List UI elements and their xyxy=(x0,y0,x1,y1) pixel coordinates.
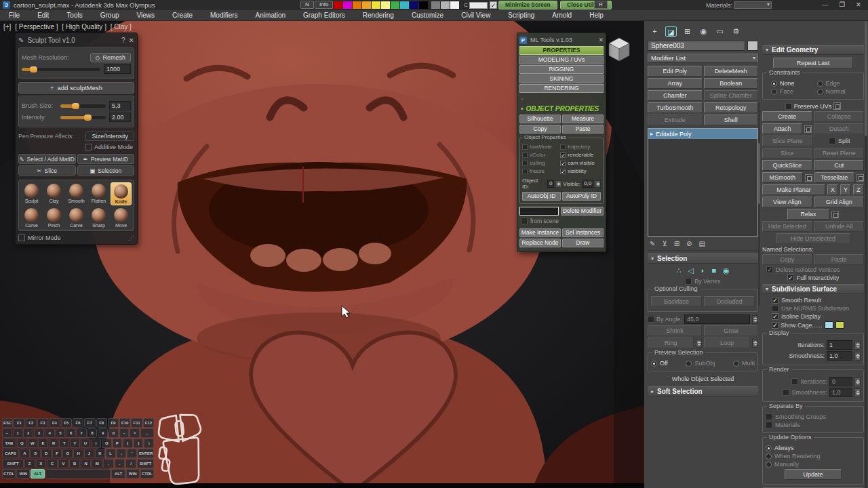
show-cage-checkbox[interactable]: ✓ xyxy=(772,322,778,329)
visible-spinner[interactable] xyxy=(595,180,601,188)
make-instance-button[interactable]: Make Instance xyxy=(519,228,561,237)
cam-visible-checkbox[interactable]: ✓ xyxy=(560,161,566,166)
sculpt-tool-header[interactable]: ✎ Sculpt Tool v1.0 ? ✕ xyxy=(18,35,134,45)
menu-item[interactable]: Scripting xyxy=(499,10,543,20)
select-add-matid-button[interactable]: ✎ Select / Add MatID xyxy=(18,154,76,164)
brush-smooth[interactable]: Smooth xyxy=(66,182,87,205)
rollout-soft-selection[interactable]: ▸ Soft Selection xyxy=(648,386,758,396)
array-button[interactable]: Array xyxy=(648,78,703,89)
color-swatch[interactable] xyxy=(353,1,361,9)
slice-plane-button[interactable]: Slice Plane xyxy=(762,136,813,146)
edge-icon[interactable]: ◁ xyxy=(688,266,693,275)
brush-flatten[interactable]: Flatten xyxy=(88,182,109,205)
hierarchy-tab-icon[interactable]: ⊞ xyxy=(682,26,693,37)
sel-instances-button[interactable]: Sel Instances xyxy=(562,228,604,237)
viewport-quality-menu[interactable]: [ High Quality ] xyxy=(62,23,106,30)
selection-button[interactable]: ▣ Selection xyxy=(77,165,135,176)
msmooth-button[interactable]: MSmooth xyxy=(762,172,803,183)
render-iterations-checkbox[interactable] xyxy=(791,378,798,385)
retopology-button[interactable]: Retopology xyxy=(704,102,759,113)
n-button[interactable]: N xyxy=(300,1,314,9)
boolean-button[interactable]: Boolean xyxy=(704,78,759,89)
reset-plane-button[interactable]: Reset Plane xyxy=(814,148,865,159)
freeze-checkbox[interactable] xyxy=(522,169,528,174)
make-unique-icon[interactable]: ⊞ xyxy=(674,240,679,247)
color-swatch[interactable] xyxy=(334,1,342,9)
display-iterations-value[interactable]: 1 xyxy=(827,340,852,350)
brush-sculpt[interactable]: Sculpt xyxy=(21,182,42,205)
from-scene-checkbox[interactable] xyxy=(521,218,528,224)
stack-item-editable-poly[interactable]: ▸ Editable Poly xyxy=(648,129,757,139)
attach-button[interactable]: Attach xyxy=(762,123,802,134)
border-icon[interactable]: ◗ xyxy=(701,266,705,275)
paste-button[interactable]: Paste xyxy=(814,254,865,265)
brush-size-slider[interactable] xyxy=(60,104,106,108)
materials-checkbox[interactable] xyxy=(766,422,772,428)
display-smoothness-value[interactable]: 1,0 xyxy=(827,351,852,361)
split-checkbox[interactable] xyxy=(829,138,835,144)
preview-matid-button[interactable]: ✒ Preview MatID xyxy=(77,154,135,164)
slice-button[interactable]: Slice xyxy=(762,148,812,159)
create-tab-icon[interactable]: + xyxy=(649,26,660,37)
panel-scrollbar[interactable] xyxy=(758,102,760,306)
menu-item[interactable]: File xyxy=(0,10,28,20)
preserve-uvs-checkbox[interactable] xyxy=(785,103,792,110)
attach-settings-icon[interactable] xyxy=(804,125,812,133)
paste-button[interactable]: Paste xyxy=(562,125,604,134)
menu-item[interactable]: Modifiers xyxy=(201,10,247,20)
msmooth-settings-icon[interactable] xyxy=(805,174,812,182)
render-iterations-spinner[interactable] xyxy=(854,378,861,386)
menu-item[interactable]: Civil View xyxy=(452,10,499,20)
brush-curve[interactable]: Curve xyxy=(21,207,42,228)
update-when-rendering-radio[interactable] xyxy=(766,453,772,460)
brush-pinch[interactable]: Pinch xyxy=(43,207,64,228)
by-vertex-checkbox[interactable] xyxy=(685,278,692,285)
smoothing-groups-checkbox[interactable] xyxy=(766,413,772,420)
object-color-swatch[interactable] xyxy=(747,41,758,51)
visibility-checkbox[interactable]: ✓ xyxy=(560,169,566,174)
update-always-radio[interactable] xyxy=(766,445,772,451)
tab-modeling-uvs[interactable]: MODELING / UVs xyxy=(519,56,604,64)
measure-button[interactable]: Measure xyxy=(562,115,604,123)
pen-pressure-dropdown[interactable]: Size/Intensity xyxy=(85,131,134,141)
window-restore-button[interactable]: ❐ xyxy=(840,1,846,8)
info-button[interactable]: Info xyxy=(315,1,333,9)
mesh-resolution-value[interactable]: 1000 xyxy=(104,64,131,74)
pin-stack-icon[interactable]: ✎ xyxy=(650,240,655,247)
autoobj-id-button[interactable]: AutoObj ID xyxy=(522,192,561,201)
rollout-subdivision-surface[interactable]: ▾ Subdivision Surface xyxy=(762,284,864,294)
menu-item[interactable]: Rendering xyxy=(354,10,403,20)
shell-button[interactable]: Shell xyxy=(704,115,759,125)
close-icon[interactable]: ✕ xyxy=(598,37,604,43)
modifier-stack[interactable]: ▸ Editable Poly xyxy=(648,128,758,237)
occluded-button[interactable]: Occluded xyxy=(704,296,755,307)
constraint-normal-radio[interactable] xyxy=(817,89,823,95)
loop-spinner[interactable] xyxy=(752,339,758,348)
render-smoothness-value[interactable]: 1,0 xyxy=(829,388,852,397)
c-checkbox[interactable]: ✓ xyxy=(490,1,497,9)
intensity-slider[interactable] xyxy=(60,116,106,119)
menu-item[interactable]: Graph Editors xyxy=(294,10,354,20)
menu-item[interactable]: Tools xyxy=(58,10,91,20)
unhide-all-button[interactable]: Unhide All xyxy=(814,221,865,232)
constraint-none-radio[interactable] xyxy=(771,81,777,87)
vertex-icon[interactable]: ∴ xyxy=(676,266,681,275)
preserve-uvs-settings-icon[interactable] xyxy=(833,102,841,110)
draw-button[interactable]: Draw xyxy=(562,239,604,247)
polygon-icon[interactable]: ■ xyxy=(711,266,716,275)
renderable-checkbox[interactable]: ✓ xyxy=(560,152,566,158)
full-interactivity-checkbox[interactable]: ✓ xyxy=(787,274,794,281)
menu-item[interactable]: Animation xyxy=(247,10,294,20)
brush-clay[interactable]: Clay xyxy=(43,182,64,205)
use-nurms-checkbox[interactable] xyxy=(772,305,778,312)
close-icon[interactable]: ✕ xyxy=(129,37,134,44)
quickslice-button[interactable]: QuickSlice xyxy=(762,160,812,171)
relax-button[interactable]: Relax xyxy=(787,209,829,220)
gray-swatch[interactable] xyxy=(450,1,459,9)
by-angle-value[interactable]: 45,0 xyxy=(684,314,750,324)
preview-off-radio[interactable] xyxy=(651,361,657,367)
modifier-list-dropdown[interactable]: Modifier List ▾ xyxy=(648,54,758,63)
resize-grip-icon[interactable]: ⋰ xyxy=(128,235,134,241)
ring-button[interactable]: Ring xyxy=(648,338,694,348)
tab-rigging[interactable]: RIGGING xyxy=(519,65,604,74)
